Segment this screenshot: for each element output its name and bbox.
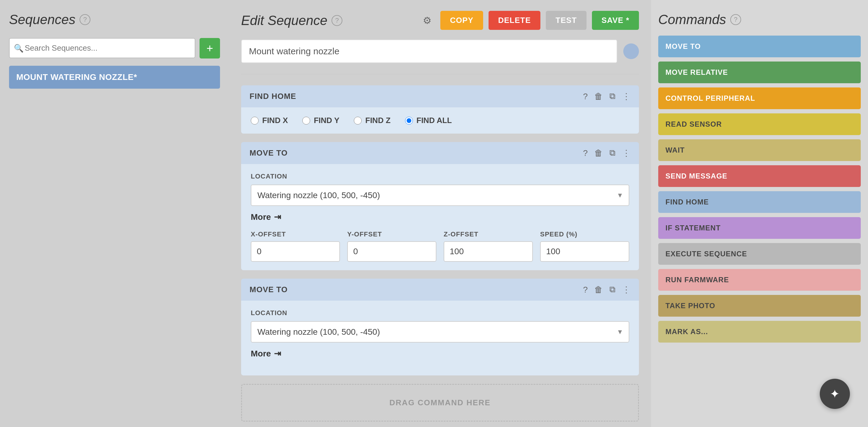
radio-find-all[interactable]: FIND ALL	[405, 116, 452, 125]
move-to-2-title: MOVE TO	[250, 285, 287, 294]
move-to-card-2: MOVE TO ? 🗑 ⧉ ⋮ LOCATION Watering nozzle…	[241, 279, 639, 375]
sidebar-title-row: Sequences ?	[9, 12, 220, 27]
main-header: Edit Sequence ? ⚙ COPY DELETE TEST SAVE …	[241, 11, 639, 30]
sidebar-title: Sequences	[9, 12, 75, 27]
y-offset-label: Y-OFFSET	[347, 231, 436, 238]
main-help-icon[interactable]: ?	[332, 15, 342, 26]
move-to-1-body: LOCATION Watering nozzle (100, 500, -450…	[241, 164, 639, 270]
sequences-sidebar: Sequences ? 🔍 + MOUNT WATERING NOZZLE*	[0, 0, 229, 427]
save-button[interactable]: SAVE *	[592, 11, 639, 30]
command-btn-2[interactable]: CONTROL PERIPHERAL	[658, 87, 861, 109]
sequence-item[interactable]: MOUNT WATERING NOZZLE*	[9, 66, 220, 89]
find-home-actions: ? 🗑 ⧉ ⋮	[583, 91, 630, 101]
page-title: Edit Sequence	[241, 13, 327, 28]
commands-sidebar: Commands ? MOVE TOMOVE RELATIVECONTROL P…	[651, 0, 868, 427]
location-select-wrap-1: Watering nozzle (100, 500, -450)	[251, 185, 629, 206]
speed-label: SPEED (%)	[540, 231, 629, 238]
move-to-1-header: MOVE TO ? 🗑 ⧉ ⋮	[241, 142, 639, 164]
offset-grid-1: X-OFFSET Y-OFFSET Z-OFFSET SPEED (%)	[251, 231, 629, 262]
fab-button[interactable]: ✦	[820, 379, 850, 409]
copy-button[interactable]: COPY	[440, 11, 483, 30]
location-select-wrap-2: Watering nozzle (100, 500, -450)	[251, 321, 629, 342]
y-offset-field: Y-OFFSET	[347, 231, 436, 262]
search-icon: 🔍	[14, 44, 24, 53]
y-offset-input[interactable]	[347, 241, 436, 262]
z-offset-label: Z-OFFSET	[444, 231, 533, 238]
speed-input[interactable]	[540, 241, 629, 262]
x-offset-input[interactable]	[251, 241, 340, 262]
search-input[interactable]	[9, 38, 195, 58]
move-to-2-actions: ? 🗑 ⧉ ⋮	[583, 285, 630, 295]
speed-field: SPEED (%)	[540, 231, 629, 262]
search-row: 🔍 +	[9, 38, 220, 59]
sequence-name-input[interactable]	[241, 39, 617, 63]
header-actions: ⚙ COPY DELETE TEST SAVE *	[419, 11, 639, 30]
radio-find-x[interactable]: FIND X	[251, 116, 288, 125]
find-home-help-button[interactable]: ?	[583, 92, 588, 101]
command-btn-1[interactable]: MOVE RELATIVE	[658, 62, 861, 83]
move-to-2-menu-button[interactable]: ⋮	[622, 285, 630, 295]
move-to-1-delete-button[interactable]: 🗑	[594, 148, 603, 158]
add-sequence-button[interactable]: +	[199, 38, 220, 59]
color-picker[interactable]	[623, 43, 639, 59]
z-offset-input[interactable]	[444, 241, 533, 262]
location-label-2: LOCATION	[251, 309, 629, 317]
find-home-radio-group: FIND X FIND Y FIND Z FIND ALL	[251, 116, 629, 125]
location-select-1[interactable]: Watering nozzle (100, 500, -450)	[251, 185, 629, 206]
command-btn-9[interactable]: RUN FARMWARE	[658, 269, 861, 291]
command-btn-4[interactable]: WAIT	[658, 139, 861, 161]
sequence-name-row	[241, 39, 639, 63]
move-to-card-1: MOVE TO ? 🗑 ⧉ ⋮ LOCATION Watering nozzle…	[241, 142, 639, 270]
command-btn-7[interactable]: IF STATEMENT	[658, 217, 861, 239]
find-home-title: FIND HOME	[250, 92, 296, 101]
find-home-header: FIND HOME ? 🗑 ⧉ ⋮	[241, 85, 639, 108]
move-to-1-menu-button[interactable]: ⋮	[622, 148, 630, 158]
command-btn-3[interactable]: READ SENSOR	[658, 113, 861, 135]
test-button[interactable]: TEST	[546, 11, 586, 30]
z-offset-field: Z-OFFSET	[444, 231, 533, 262]
move-to-1-title: MOVE TO	[250, 148, 287, 158]
x-offset-label: X-OFFSET	[251, 231, 340, 238]
location-select-2[interactable]: Watering nozzle (100, 500, -450)	[251, 321, 629, 342]
move-to-1-help-button[interactable]: ?	[583, 148, 588, 158]
radio-find-z[interactable]: FIND Z	[354, 116, 391, 125]
commands-title: Commands	[658, 12, 726, 27]
commands-list: MOVE TOMOVE RELATIVECONTROL PERIPHERALRE…	[658, 36, 861, 342]
find-home-card: FIND HOME ? 🗑 ⧉ ⋮ FIND X FIND Y FIND Z	[241, 85, 639, 133]
more-link-2[interactable]: More ⇥	[251, 348, 629, 359]
search-input-wrap: 🔍	[9, 38, 195, 59]
more-link-1[interactable]: More ⇥	[251, 212, 629, 222]
divider	[241, 74, 639, 74]
delete-button[interactable]: DELETE	[489, 11, 541, 30]
command-btn-5[interactable]: SEND MESSAGE	[658, 165, 861, 187]
command-btn-0[interactable]: MOVE TO	[658, 36, 861, 57]
command-btn-6[interactable]: FIND HOME	[658, 191, 861, 213]
commands-help-icon[interactable]: ?	[730, 14, 741, 25]
command-btn-10[interactable]: TAKE PHOTO	[658, 295, 861, 317]
gear-button[interactable]: ⚙	[419, 13, 435, 28]
command-btn-8[interactable]: EXECUTE SEQUENCE	[658, 243, 861, 265]
drag-command-area[interactable]: DRAG COMMAND HERE	[241, 384, 639, 422]
move-to-1-actions: ? 🗑 ⧉ ⋮	[583, 148, 630, 158]
move-to-2-header: MOVE TO ? 🗑 ⧉ ⋮	[241, 279, 639, 301]
location-label-1: LOCATION	[251, 173, 629, 180]
find-home-copy-button[interactable]: ⧉	[610, 91, 615, 101]
command-btn-11[interactable]: MARK AS...	[658, 321, 861, 342]
find-home-menu-button[interactable]: ⋮	[622, 91, 630, 101]
move-to-2-help-button[interactable]: ?	[583, 285, 588, 295]
move-to-1-copy-button[interactable]: ⧉	[610, 148, 615, 158]
move-to-2-delete-button[interactable]: 🗑	[594, 285, 603, 295]
find-home-body: FIND X FIND Y FIND Z FIND ALL	[241, 108, 639, 133]
radio-find-y[interactable]: FIND Y	[302, 116, 339, 125]
sidebar-help-icon[interactable]: ?	[80, 14, 90, 25]
find-home-delete-button[interactable]: 🗑	[594, 91, 603, 101]
x-offset-field: X-OFFSET	[251, 231, 340, 262]
move-to-2-copy-button[interactable]: ⧉	[610, 285, 615, 295]
commands-title-row: Commands ?	[658, 12, 861, 27]
move-to-2-body: LOCATION Watering nozzle (100, 500, -450…	[241, 301, 639, 375]
main-title-row: Edit Sequence ?	[241, 13, 342, 28]
main-content: Edit Sequence ? ⚙ COPY DELETE TEST SAVE …	[229, 0, 651, 427]
